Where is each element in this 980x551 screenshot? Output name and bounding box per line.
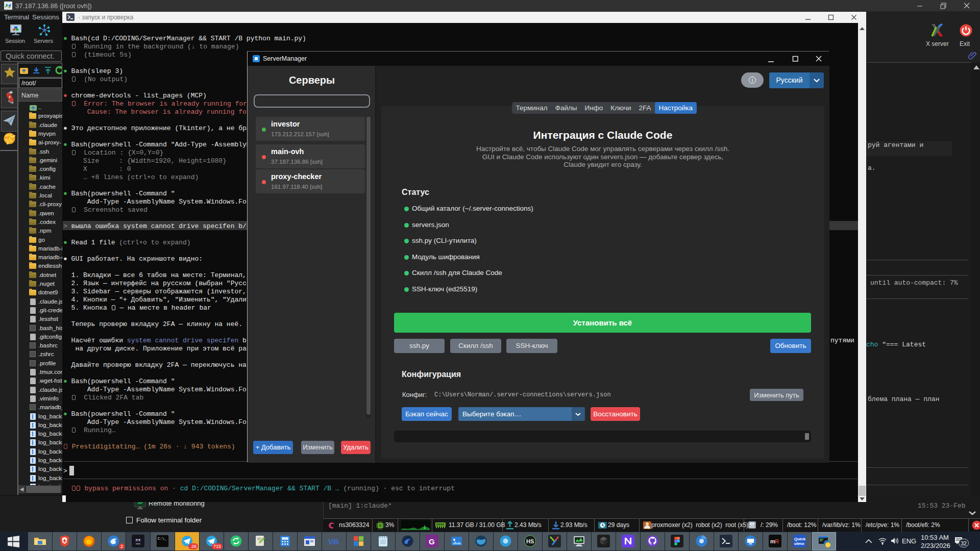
svg-text:C:\_: C:\_	[158, 537, 167, 541]
svg-text:HS: HS	[526, 538, 534, 544]
svg-text:utmo: utmo	[794, 541, 804, 546]
svg-text:Quick: Quick	[794, 537, 806, 541]
svg-text:G: G	[429, 537, 435, 546]
svg-text:VB: VB	[328, 537, 339, 546]
svg-text:R: R	[775, 538, 779, 544]
